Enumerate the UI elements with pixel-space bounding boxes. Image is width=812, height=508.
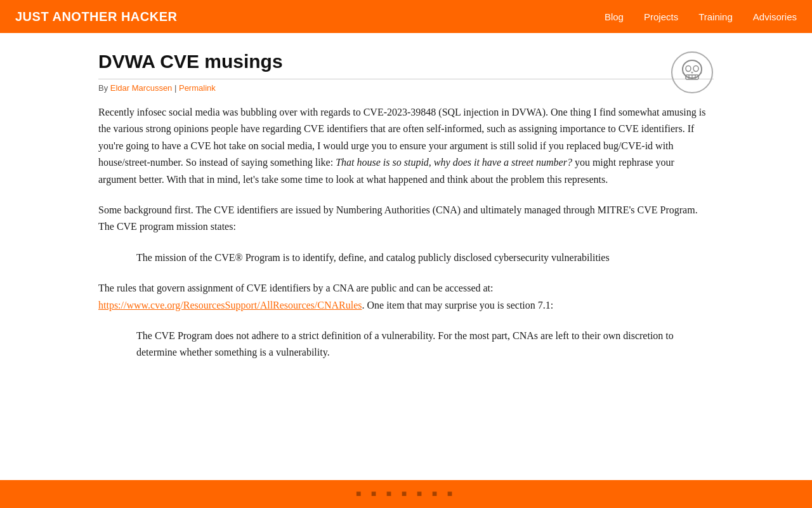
svg-line-9 xyxy=(700,72,702,74)
svg-point-2 xyxy=(686,66,691,72)
main-nav: Blog Projects Training Advisories xyxy=(605,11,797,22)
svg-line-8 xyxy=(683,72,684,74)
post-title: DVWA CVE musings xyxy=(98,51,714,79)
nav-advisories[interactable]: Advisories xyxy=(753,11,797,22)
blockquote-1: The mission of the CVE® Program is to id… xyxy=(136,250,714,266)
footer-symbols: ■ ■ ■ ■ ■ ■ ■ xyxy=(356,489,456,499)
italic-example: That house is so stupid, why does it hav… xyxy=(336,157,572,168)
nav-projects[interactable]: Projects xyxy=(644,11,678,22)
paragraph-3: The rules that govern assignment of CVE … xyxy=(98,280,714,314)
paragraph-1: Recently infosec social media was bubbli… xyxy=(98,104,714,188)
author-link[interactable]: Eldar Marcussen xyxy=(110,83,173,93)
nav-training[interactable]: Training xyxy=(698,11,733,22)
svg-point-3 xyxy=(693,66,698,72)
by-label: By xyxy=(98,83,108,93)
skull-logo-icon xyxy=(671,51,714,94)
post-body: Recently infosec social media was bubbli… xyxy=(98,104,714,361)
main-content: DVWA CVE musings By Eldar Marcussen | Pe… xyxy=(86,33,726,413)
site-header: JUST ANOTHER HACKER Blog Projects Traini… xyxy=(0,0,812,33)
blockquote-2: The CVE Program does not adhere to a str… xyxy=(136,328,714,361)
meta-separator: | xyxy=(174,83,179,93)
paragraph-2: Some background first. The CVE identifie… xyxy=(98,202,714,236)
permalink-link[interactable]: Permalink xyxy=(179,83,216,93)
site-footer: ■ ■ ■ ■ ■ ■ ■ xyxy=(0,480,812,508)
post-meta: By Eldar Marcussen | Permalink xyxy=(98,83,714,93)
site-title: JUST ANOTHER HACKER xyxy=(15,10,177,24)
cna-rules-link[interactable]: https://www.cve.org/ResourcesSupport/All… xyxy=(98,300,362,311)
nav-blog[interactable]: Blog xyxy=(605,11,624,22)
